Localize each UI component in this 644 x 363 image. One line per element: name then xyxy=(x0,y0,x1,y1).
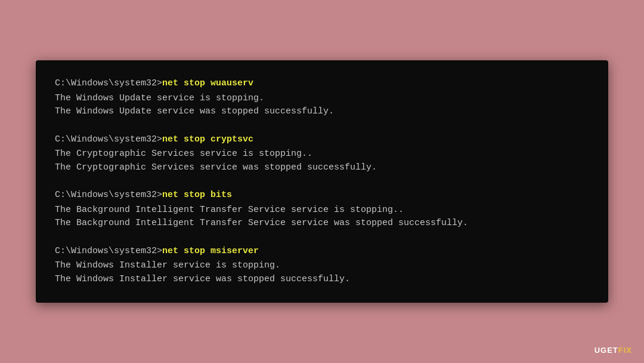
command-text-0: net stop wuauserv xyxy=(162,78,253,88)
prompt-3: C:\Windows\system32> xyxy=(55,246,162,256)
terminal-block-3: C:\Windows\system32>net stop msiserverTh… xyxy=(55,245,589,287)
output-line-2-0: The Background Intelligent Transfer Serv… xyxy=(55,204,589,217)
brand-logo: UGETFIX xyxy=(595,346,632,355)
command-text-2: net stop bits xyxy=(162,190,232,200)
output-line-2-1: The Background Intelligent Transfer Serv… xyxy=(55,217,589,230)
output-line-1-0: The Cryptographic Services service is st… xyxy=(55,147,589,161)
command-text-3: net stop msiserver xyxy=(162,246,259,256)
brand-u: U xyxy=(595,346,600,355)
output-line-3-0: The Windows Installer service is stoppin… xyxy=(55,259,589,273)
command-text-1: net stop cryptsvc xyxy=(162,134,253,144)
output-line-1-1: The Cryptographic Services service was s… xyxy=(55,161,589,175)
brand-get: GET xyxy=(600,346,618,355)
brand-fix: FIX xyxy=(618,346,632,355)
terminal-block-0: C:\Windows\system32>net stop wuauservThe… xyxy=(55,77,589,119)
prompt-1: C:\Windows\system32> xyxy=(55,134,162,144)
command-line-1: C:\Windows\system32>net stop cryptsvc xyxy=(55,133,589,147)
output-line-3-1: The Windows Installer service was stoppe… xyxy=(55,273,589,287)
terminal-window: C:\Windows\system32>net stop wuauservThe… xyxy=(36,60,608,303)
prompt-0: C:\Windows\system32> xyxy=(55,78,162,88)
command-line-0: C:\Windows\system32>net stop wuauserv xyxy=(55,77,589,91)
terminal-block-2: C:\Windows\system32>net stop bitsThe Bac… xyxy=(55,189,589,230)
output-line-0-0: The Windows Update service is stopping. xyxy=(55,92,589,106)
command-line-2: C:\Windows\system32>net stop bits xyxy=(55,189,589,202)
command-line-3: C:\Windows\system32>net stop msiserver xyxy=(55,245,589,259)
terminal-block-1: C:\Windows\system32>net stop cryptsvcThe… xyxy=(55,133,589,175)
output-line-0-1: The Windows Update service was stopped s… xyxy=(55,105,589,119)
prompt-2: C:\Windows\system32> xyxy=(55,190,162,200)
